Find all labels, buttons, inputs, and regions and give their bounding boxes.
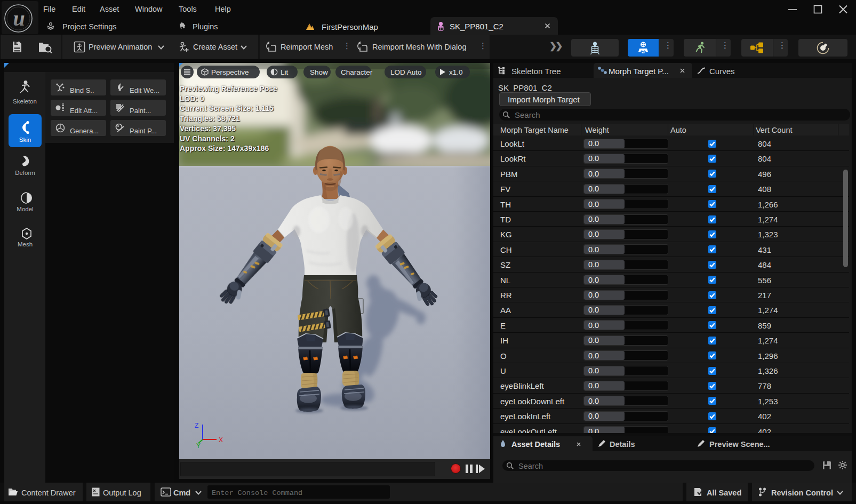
- svg-text:u: u: [13, 6, 25, 30]
- svg-text:Z: Z: [195, 422, 198, 429]
- svg-text:Y: Y: [196, 442, 201, 450]
- svg-text:X: X: [219, 436, 223, 444]
